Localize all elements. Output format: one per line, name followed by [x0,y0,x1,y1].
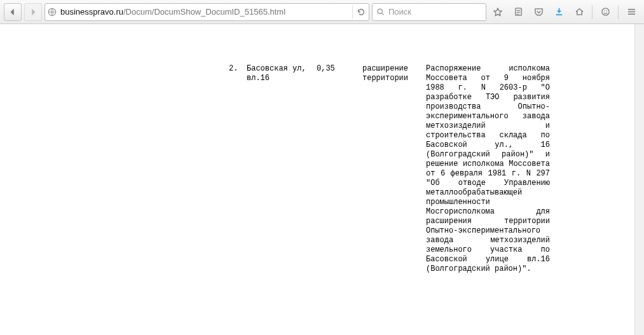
svg-point-1 [378,9,382,13]
home-icon [575,7,584,17]
hamburger-icon [627,7,636,17]
download-arrow-icon [554,7,564,17]
reload-button[interactable] [352,5,366,19]
table-row: 2. Басовская ул, вл.16 0,35 расширение т… [13,64,631,274]
arrow-right-icon [29,8,38,17]
bookmark-star-button[interactable] [489,3,507,21]
clipboard-icon [514,7,523,17]
cell-document: Распоряжение исполкома Моссовета от 9 но… [426,64,550,274]
browser-toolbar: businesspravo.ru/Docum/DocumShow_DocumID… [0,0,644,24]
smiley-button[interactable] [596,3,614,21]
search-icon [376,8,385,16]
pocket-button[interactable] [530,3,547,21]
url-text: businesspravo.ru/Docum/DocumShow_DocumID… [60,7,348,17]
cell-purpose: расширение территории [362,64,426,83]
svg-point-5 [603,10,605,11]
smiley-icon [601,7,610,17]
cell-address: Басовская ул, вл.16 [247,64,317,83]
search-placeholder: Поиск [388,7,411,17]
scrollbar-track[interactable] [634,24,644,335]
toolbar-divider-2 [618,5,619,19]
toolbar-divider [592,5,593,19]
page-content: 2. Басовская ул, вл.16 0,35 расширение т… [0,24,644,335]
search-bar[interactable]: Поиск [372,3,486,21]
reload-icon [357,8,366,17]
cell-area: 0,35 [317,64,362,74]
arrow-left-icon [8,8,17,17]
document-body: 2. Басовская ул, вл.16 0,35 расширение т… [0,24,644,335]
menu-button[interactable] [622,3,640,21]
home-button[interactable] [570,3,588,21]
pocket-icon [534,7,544,17]
star-icon [493,7,503,17]
forward-button [24,3,42,21]
svg-rect-3 [556,14,561,15]
address-bar[interactable]: businesspravo.ru/Docum/DocumShow_DocumID… [45,3,369,21]
reading-list-button[interactable] [509,3,527,21]
cell-number: 2. [229,64,247,74]
back-button[interactable] [4,3,22,21]
globe-icon [48,8,57,17]
svg-point-4 [601,8,608,15]
svg-point-6 [606,10,607,11]
downloads-button[interactable] [550,3,568,21]
